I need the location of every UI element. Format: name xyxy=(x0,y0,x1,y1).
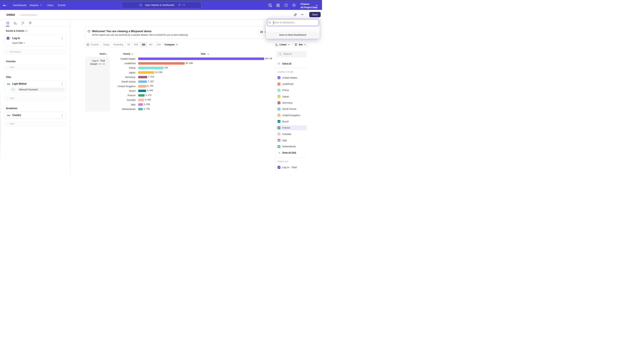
svg-text:?: ? xyxy=(286,4,287,6)
